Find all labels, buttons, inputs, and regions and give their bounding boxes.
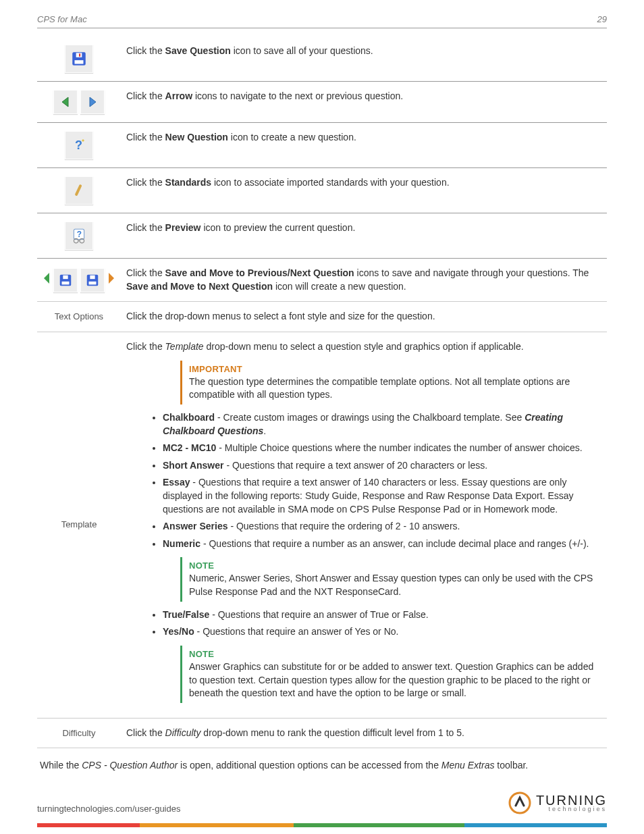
save-next-icon	[80, 268, 105, 292]
svg-rect-15	[62, 282, 70, 285]
turning-logo-icon	[508, 791, 532, 815]
save-prev-icon	[53, 268, 78, 292]
svg-rect-1	[75, 60, 84, 63]
row-template-body: Click the Template drop-down menu to sel…	[121, 332, 607, 718]
callout-note-1: NOTE Numeric, Answer Series, Short Answe…	[180, 557, 601, 601]
row-arrows: Click the Arrow icons to navigate to the…	[37, 82, 607, 123]
arrow-left-green-icon	[43, 269, 51, 291]
arrow-left-icon	[53, 90, 78, 114]
svg-marker-4	[62, 97, 68, 107]
svg-rect-16	[63, 275, 68, 279]
opt-mc: MC2 - MC10 - Multiple Choice questions w…	[163, 442, 595, 455]
opt-essay: Essay - Questions that require a text an…	[163, 476, 595, 516]
svg-text:?: ?	[75, 138, 82, 152]
page-footer: turningtechnologies.com/user-guides TURN…	[0, 791, 644, 834]
footer-color-bar	[37, 823, 607, 827]
preview-icon: ?	[65, 221, 93, 250]
row-arrows-text: Click the Arrow icons to navigate to the…	[121, 82, 607, 123]
standards-icon	[65, 176, 93, 205]
row-textoptions: Text Options Click the drop-down menus t…	[37, 302, 607, 332]
opt-short: Short Answer - Questions that require a …	[163, 459, 595, 473]
reference-table: Click the Save Question icon to save all…	[37, 36, 607, 748]
callout-important: IMPORTANT The question type determines t…	[180, 361, 601, 405]
template-options-2: True/False - Questions that require an a…	[153, 608, 601, 639]
svg-rect-19	[90, 275, 95, 279]
page-number: 29	[597, 14, 607, 26]
row-standards-text: Click the Standards icon to associate im…	[121, 168, 607, 213]
closing-text: While the CPS - Question Author is open,…	[40, 759, 604, 773]
svg-rect-7	[74, 184, 82, 197]
row-preview-text: Click the Preview icon to preview the cu…	[121, 213, 607, 259]
footer-url: turningtechnologies.com/user-guides	[37, 803, 180, 815]
row-textoptions-text: Click the drop-down menus to select a fo…	[121, 302, 607, 332]
row-standards: Click the Standards icon to associate im…	[37, 168, 607, 213]
opt-yn: Yes/No - Questions that require an answe…	[163, 625, 595, 639]
callout-note-2: NOTE Answer Graphics can substitute for …	[180, 646, 601, 703]
svg-marker-20	[109, 273, 114, 284]
row-newq-text: Click the New Question icon to create a …	[121, 123, 607, 168]
arrow-right-icon	[80, 90, 105, 114]
important-title: IMPORTANT	[189, 363, 595, 375]
turning-logo: TURNING technologies	[508, 791, 607, 815]
svg-text:?: ?	[77, 230, 82, 239]
row-difficulty: Difficulty Click the Difficulty drop-dow…	[37, 718, 607, 748]
row-save-text: Click the Save Question icon to save all…	[121, 36, 607, 82]
save-icon	[65, 45, 93, 73]
page-header: CPS for Mac 29	[37, 14, 607, 28]
svg-marker-5	[90, 97, 96, 107]
row-savemove-text: Click the Save and Move to Previous/Next…	[121, 259, 607, 302]
opt-chalkboard: Chalkboard - Create custom images or dra…	[163, 411, 595, 438]
arrow-right-orange-icon	[107, 269, 115, 291]
opt-tf: True/False - Questions that require an a…	[163, 608, 595, 622]
opt-numeric: Numeric - Questions that require a numbe…	[163, 538, 595, 551]
row-difficulty-text: Click the Difficulty drop-down menu to r…	[121, 718, 607, 748]
important-body: The question type determines the compati…	[189, 375, 595, 402]
svg-marker-13	[44, 273, 49, 284]
row-savemove: Click the Save and Move to Previous/Next…	[37, 259, 607, 302]
row-preview: ? Click the Preview icon to preview the …	[37, 213, 607, 259]
doc-title: CPS for Mac	[37, 14, 87, 26]
opt-series: Answer Series - Questions that require t…	[163, 520, 595, 533]
svg-rect-18	[89, 282, 97, 285]
difficulty-label: Difficulty	[37, 718, 121, 748]
template-label: Template	[37, 332, 121, 718]
textoptions-label: Text Options	[37, 302, 121, 332]
svg-rect-3	[79, 54, 80, 57]
row-template: Template Click the Template drop-down me…	[37, 332, 607, 718]
row-save: Click the Save Question icon to save all…	[37, 36, 607, 82]
new-question-icon: ?	[65, 131, 93, 159]
template-options: Chalkboard - Create custom images or dra…	[153, 411, 601, 550]
row-newq: ? Click the New Question icon to create …	[37, 123, 607, 168]
